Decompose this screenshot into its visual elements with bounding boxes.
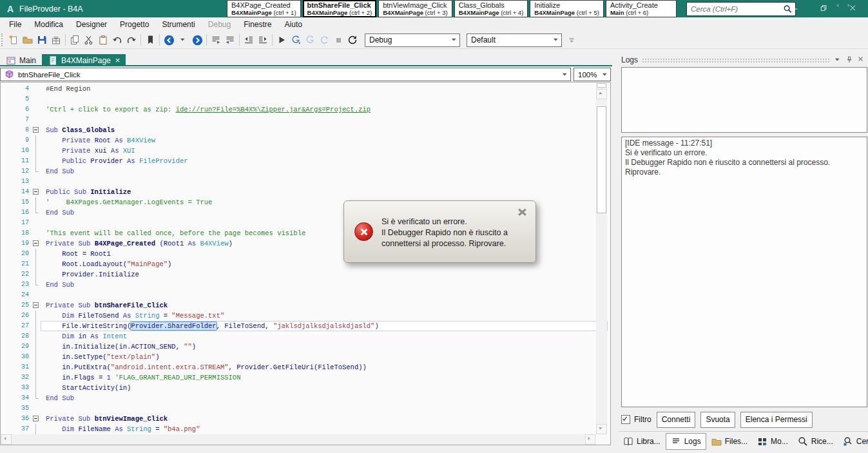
code-line[interactable]: 27 File.WriteString(Provider.SharedFolde… bbox=[1, 321, 595, 331]
code-line[interactable]: 13 bbox=[1, 177, 595, 187]
code-line[interactable]: 35 bbox=[1, 403, 595, 414]
code-line[interactable]: 5 bbox=[1, 94, 595, 104]
code-line[interactable]: 14Public Sub Initialize bbox=[1, 187, 595, 197]
panel-tab-libra[interactable]: Libra... bbox=[619, 433, 665, 450]
code-line[interactable]: 22 Provider.Initialize bbox=[1, 269, 595, 280]
menu-item-strumenti[interactable]: Strumenti bbox=[155, 18, 201, 31]
code-line[interactable]: 8Sub Class_Globals bbox=[1, 125, 595, 135]
toolbar-overflow-button[interactable] bbox=[567, 35, 576, 44]
tab-close-icon[interactable]: × bbox=[115, 55, 121, 65]
fold-collapse-marker[interactable] bbox=[33, 240, 39, 246]
run-icon[interactable] bbox=[275, 33, 289, 47]
panel-menu-caret-icon[interactable] bbox=[834, 56, 842, 64]
vertical-scrollbar[interactable] bbox=[596, 83, 607, 434]
code-editor[interactable]: 4#End Region56'Ctrl + click to export as… bbox=[0, 82, 611, 445]
dialog-close-icon[interactable] bbox=[517, 206, 528, 217]
quick-tab-initialize[interactable]: InitializeB4XMainPage (ctrl + 5) bbox=[530, 0, 604, 17]
panel-tab-rice[interactable]: Rice... bbox=[793, 433, 838, 450]
menu-item-aiuto[interactable]: Aiuto bbox=[278, 18, 309, 31]
cut-icon[interactable] bbox=[82, 33, 96, 47]
layout-variant-select[interactable]: Default bbox=[467, 34, 562, 47]
code-line[interactable]: 25Private Sub btnShareFile_Click bbox=[1, 300, 595, 311]
build-configuration-select[interactable]: Debug bbox=[365, 34, 460, 47]
search-input[interactable]: Cerca (Ctrl+F) bbox=[686, 2, 796, 16]
paste-icon[interactable] bbox=[96, 33, 110, 47]
nav-forward-icon[interactable] bbox=[190, 33, 204, 47]
sub-selector[interactable]: btnShareFile_Click bbox=[0, 68, 571, 81]
step-into-icon[interactable] bbox=[289, 33, 303, 47]
menu-item-file[interactable]: File bbox=[3, 18, 28, 31]
code-line[interactable]: 7 bbox=[1, 115, 595, 125]
horizontal-scrollbar[interactable] bbox=[1, 434, 595, 445]
code-line[interactable]: 26 Dim FileToSend As String = "Message.t… bbox=[1, 311, 595, 321]
code-line[interactable]: 12End Sub bbox=[1, 166, 595, 177]
tab-list-icon[interactable] bbox=[858, 3, 865, 10]
tab-scroll-left-icon[interactable] bbox=[836, 3, 842, 10]
vertical-scroll-thumb[interactable] bbox=[597, 106, 606, 213]
bookmark-icon[interactable] bbox=[143, 33, 157, 47]
scroll-left-icon[interactable] bbox=[1, 434, 12, 445]
code-line[interactable]: 33 StartActivity(in) bbox=[1, 383, 595, 393]
fold-collapse-marker[interactable] bbox=[33, 189, 39, 195]
panel-tab-files[interactable]: Files... bbox=[707, 433, 752, 450]
quick-tab-b4xpage-created[interactable]: B4XPage_CreatedB4XMainPage (ctrl + 1) bbox=[227, 0, 301, 17]
panel-tab-mo[interactable]: Mo... bbox=[753, 433, 793, 450]
filter-checkbox[interactable] bbox=[621, 415, 630, 424]
menu-item-modifica[interactable]: Modifica bbox=[28, 18, 70, 31]
panel-tab-logs[interactable]: Logs bbox=[666, 433, 706, 450]
code-line[interactable]: 37 Dim FileName As String = "b4a.png" bbox=[1, 424, 595, 434]
fold-collapse-marker[interactable] bbox=[33, 127, 39, 133]
nav-back-icon[interactable] bbox=[162, 33, 176, 47]
code-line[interactable]: 30 in.SetType("text/plain") bbox=[1, 352, 595, 362]
open-project-icon[interactable] bbox=[21, 33, 35, 47]
connetti-button[interactable]: Connetti bbox=[657, 412, 696, 428]
package-icon[interactable] bbox=[49, 33, 63, 47]
code-line[interactable]: 32 in.Flags = 1 'FLAG_GRANT_READ_URI_PER… bbox=[1, 372, 595, 383]
code-line[interactable]: 9 Private Root As B4XView bbox=[1, 135, 595, 146]
restore-button[interactable] bbox=[810, 0, 839, 17]
code-line[interactable]: 6'Ctrl + click to export as zip: ide://r… bbox=[1, 104, 595, 115]
panel-pin-icon[interactable] bbox=[845, 56, 854, 64]
code-line[interactable]: 36Private Sub btnViewImage_Click bbox=[1, 414, 595, 424]
minimize-button[interactable] bbox=[781, 0, 810, 17]
caret-down-icon[interactable] bbox=[176, 33, 190, 47]
menu-item-debug[interactable]: Debug bbox=[202, 18, 237, 31]
code-line[interactable]: 4#End Region bbox=[1, 84, 595, 94]
outdent-icon[interactable] bbox=[242, 33, 256, 47]
logs-output[interactable]: [IDE message - 11:27:51]Si è verificato … bbox=[621, 137, 867, 407]
export-zip-link[interactable]: ide://run?File=%B4X%\Zipper.jar&Args=Pro… bbox=[176, 106, 371, 113]
indent-icon[interactable] bbox=[256, 33, 270, 47]
panel-close-icon[interactable] bbox=[858, 56, 865, 64]
splitter-grip[interactable] bbox=[597, 83, 606, 88]
scroll-up-icon[interactable] bbox=[596, 89, 607, 99]
quick-tab-activity-create[interactable]: Activity_CreateMain (ctrl + 6) bbox=[606, 0, 677, 17]
comment-icon[interactable] bbox=[209, 33, 223, 47]
code-line[interactable]: 29 in.Initialize(in.ACTION_SEND, "") bbox=[1, 342, 595, 352]
redo-icon[interactable] bbox=[124, 33, 139, 47]
code-line[interactable]: 11 Public Provider As FileProvider bbox=[1, 156, 595, 166]
elenca-i-permessi-button[interactable]: Elenca i Permessi bbox=[740, 412, 813, 428]
menu-item-designer[interactable]: Designer bbox=[70, 18, 113, 31]
save-icon[interactable] bbox=[35, 33, 49, 47]
panel-tab-cerc[interactable]: Cerc... bbox=[838, 433, 868, 450]
tab-scroll-right-icon[interactable] bbox=[847, 3, 853, 10]
uncomment-icon[interactable] bbox=[223, 33, 237, 47]
code-line[interactable]: 31 in.PutExtra("android.intent.extra.STR… bbox=[1, 362, 595, 372]
quick-tab-class-globals[interactable]: Class_GlobalsB4XMainPage (ctrl + 4) bbox=[454, 0, 528, 17]
svuota-button[interactable]: Svuota bbox=[700, 412, 735, 428]
logs-output-secondary[interactable] bbox=[621, 67, 867, 133]
zoom-selector[interactable]: 100% bbox=[574, 68, 611, 81]
quick-tab-btnviewimage-click[interactable]: btnViewImage_ClickB4XMainPage (ctrl + 3) bbox=[378, 0, 452, 17]
rebuild-icon[interactable] bbox=[345, 33, 360, 47]
menu-item-finestre[interactable]: Finestre bbox=[237, 18, 278, 31]
code-line[interactable]: 10 Private xui As XUI bbox=[1, 146, 595, 156]
code-line[interactable]: 23End Sub bbox=[1, 280, 595, 290]
new-file-icon[interactable] bbox=[6, 33, 21, 47]
fold-collapse-marker[interactable] bbox=[33, 302, 39, 308]
undo-icon[interactable] bbox=[110, 33, 124, 47]
scroll-right-icon[interactable] bbox=[585, 434, 595, 445]
scroll-down-icon[interactable] bbox=[596, 424, 607, 434]
copy-icon[interactable] bbox=[68, 33, 82, 47]
fold-collapse-marker[interactable] bbox=[33, 416, 39, 421]
quick-tab-btnsharefile-click[interactable]: btnShareFile_ClickB4XMainPage (ctrl + 2) bbox=[303, 0, 377, 17]
